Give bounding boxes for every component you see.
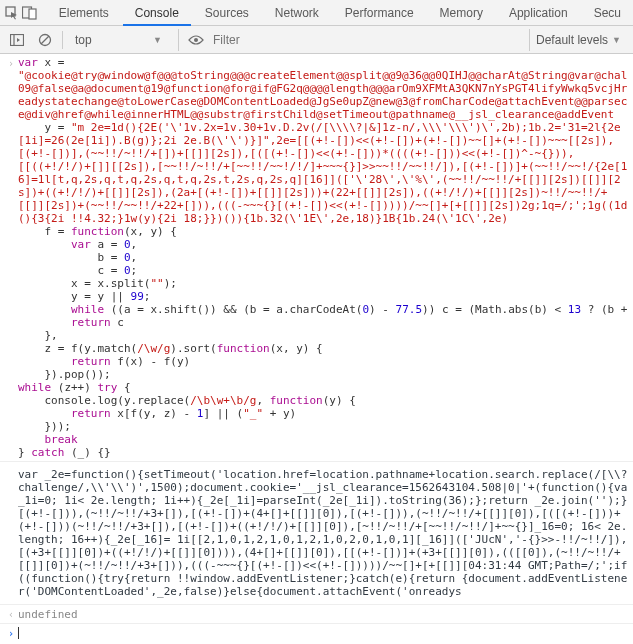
tab-performance[interactable]: Performance [333, 0, 426, 26]
undefined-literal: undefined [18, 608, 629, 621]
levels-label: Default levels [536, 33, 608, 47]
svg-rect-2 [29, 9, 36, 19]
tab-memory[interactable]: Memory [428, 0, 495, 26]
tab-elements[interactable]: Elements [47, 0, 121, 26]
svg-point-7 [194, 38, 198, 42]
tab-application[interactable]: Application [497, 0, 580, 26]
tab-network[interactable]: Network [263, 0, 331, 26]
eye-icon[interactable] [185, 29, 207, 51]
console-input-entry: › var x = "@cookie@try@window@f@@@toStri… [0, 56, 633, 461]
sidebar-toggle-icon[interactable] [6, 29, 28, 51]
context-selector[interactable]: top ▼ [69, 29, 179, 51]
console-return-value: ‹ undefined [0, 605, 633, 624]
devtools-tabbar: Elements Console Sources Network Perform… [0, 0, 633, 26]
console-prompt[interactable]: › [0, 624, 633, 642]
text-cursor [18, 627, 19, 639]
context-label: top [75, 33, 92, 47]
output-marker-icon: ‹ [4, 607, 18, 621]
chevron-down-icon: ▼ [612, 35, 621, 45]
clear-console-icon[interactable] [34, 29, 56, 51]
tab-sources[interactable]: Sources [193, 0, 261, 26]
filter-box[interactable] [213, 33, 523, 47]
prompt-marker-icon: › [4, 626, 18, 640]
tab-console[interactable]: Console [123, 0, 191, 26]
input-marker-icon: › [4, 56, 18, 70]
console-output: › var x = "@cookie@try@window@f@@@toStri… [0, 54, 633, 644]
log-levels-selector[interactable]: Default levels ▼ [529, 29, 627, 51]
svg-line-6 [41, 36, 49, 44]
tab-security-truncated[interactable]: Secu [582, 0, 633, 26]
code-block[interactable]: var x = "@cookie@try@window@f@@@toString… [18, 56, 629, 459]
device-toggle-icon[interactable] [22, 2, 38, 24]
inspect-icon[interactable] [4, 2, 20, 24]
console-log-output: var _2e=function(){setTimeout('location.… [0, 461, 633, 605]
console-toolbar: top ▼ Default levels ▼ [0, 26, 633, 54]
chevron-down-icon: ▼ [153, 35, 162, 45]
filter-input[interactable] [213, 33, 523, 47]
